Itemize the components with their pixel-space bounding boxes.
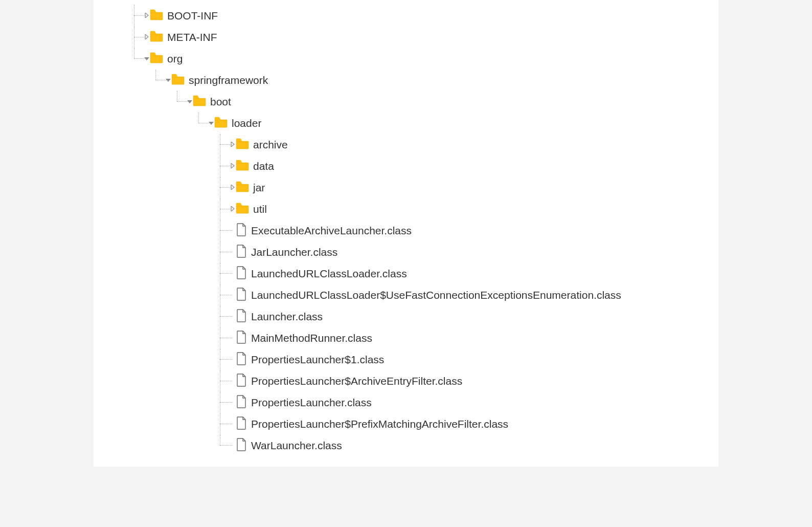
- toggle-expanded-icon[interactable]: [187, 99, 192, 104]
- tree-folder-row[interactable]: archive: [236, 134, 718, 156]
- tree-folder: util: [236, 199, 718, 220]
- file-icon: [236, 245, 247, 260]
- tree-folder-row[interactable]: META-INF: [150, 27, 718, 48]
- tree-file: PropertiesLauncher$1.class: [236, 349, 718, 370]
- tree-file-row[interactable]: Launcher.class: [236, 306, 718, 327]
- folder-label: loader: [232, 117, 261, 129]
- tree-folder-row[interactable]: util: [236, 199, 718, 220]
- folder-label: META-INF: [167, 31, 217, 43]
- tree-file-row[interactable]: PropertiesLauncher$ArchiveEntryFilter.cl…: [236, 370, 718, 392]
- toggle-expanded-icon[interactable]: [144, 56, 149, 61]
- tree-file-row[interactable]: LaunchedURLClassLoader.class: [236, 263, 718, 284]
- file-icon: [236, 416, 247, 432]
- file-tree: BOOT-INF META-INF org springframework bo…: [150, 5, 718, 456]
- file-icon: [236, 352, 247, 368]
- svg-marker-8: [231, 185, 234, 190]
- tree-file-row[interactable]: PropertiesLauncher$PrefixMatchingArchive…: [236, 413, 718, 435]
- file-icon: [236, 309, 247, 322]
- file-label: PropertiesLauncher$PrefixMatchingArchive…: [251, 418, 508, 430]
- tree-file-row[interactable]: PropertiesLauncher$1.class: [236, 349, 718, 370]
- tree-folder-row[interactable]: loader: [214, 113, 718, 134]
- file-label: PropertiesLauncher.class: [251, 397, 372, 409]
- file-icon: [236, 331, 247, 344]
- tree-folder: META-INF: [150, 27, 718, 48]
- file-icon: [236, 395, 247, 411]
- tree-file: WarLauncher.class: [236, 435, 718, 456]
- folder-icon: [236, 181, 249, 195]
- file-icon: [236, 438, 247, 451]
- file-label: JarLauncher.class: [251, 246, 337, 258]
- file-label: LaunchedURLClassLoader$UseFastConnection…: [251, 289, 621, 301]
- file-label: PropertiesLauncher$1.class: [251, 354, 384, 366]
- folder-icon: [193, 95, 206, 109]
- folder-label: util: [253, 203, 267, 215]
- tree-file-row[interactable]: MainMethodRunner.class: [236, 327, 718, 349]
- folder-icon: [150, 31, 163, 42]
- svg-marker-5: [209, 122, 214, 125]
- svg-marker-4: [187, 100, 192, 103]
- tree-folder: loader archive data jar util ExecutableA…: [214, 113, 718, 456]
- file-icon: [236, 416, 247, 430]
- folder-icon: [236, 160, 249, 173]
- file-icon: [236, 352, 247, 365]
- folder-label: boot: [210, 96, 231, 108]
- folder-label: springframework: [189, 74, 268, 86]
- folder-icon: [236, 160, 249, 171]
- tree-file: ExecutableArchiveLauncher.class: [236, 220, 718, 241]
- tree-folder-row[interactable]: boot: [193, 91, 718, 113]
- toggle-collapsed-icon[interactable]: [230, 185, 235, 190]
- tree-folder-row[interactable]: data: [236, 156, 718, 177]
- folder-label: archive: [253, 139, 288, 151]
- file-icon: [236, 288, 247, 303]
- tree-list: loader archive data jar util ExecutableA…: [193, 113, 718, 456]
- file-icon: [236, 223, 247, 236]
- tree-folder: BOOT-INF: [150, 5, 718, 27]
- tree-file: MainMethodRunner.class: [236, 327, 718, 349]
- svg-marker-3: [166, 79, 171, 82]
- file-icon: [236, 266, 247, 279]
- folder-icon: [150, 31, 163, 45]
- toggle-expanded-icon[interactable]: [166, 77, 171, 82]
- folder-icon: [150, 9, 163, 23]
- file-label: MainMethodRunner.class: [251, 332, 372, 344]
- folder-label: org: [167, 53, 183, 65]
- toggle-collapsed-icon[interactable]: [230, 163, 235, 168]
- folder-icon: [150, 52, 163, 66]
- tree-folder: archive: [236, 134, 718, 156]
- tree-folder: org springframework boot loader archive …: [150, 48, 718, 456]
- toggle-collapsed-icon[interactable]: [230, 206, 235, 211]
- tree-file-row[interactable]: ExecutableArchiveLauncher.class: [236, 220, 718, 241]
- toggle-expanded-icon[interactable]: [209, 120, 214, 125]
- tree-folder-row[interactable]: springframework: [171, 70, 718, 91]
- tree-file-row[interactable]: LaunchedURLClassLoader$UseFastConnection…: [236, 284, 718, 306]
- file-label: LaunchedURLClassLoader.class: [251, 268, 407, 280]
- file-label: WarLauncher.class: [251, 440, 342, 452]
- tree-file: LaunchedURLClassLoader.class: [236, 263, 718, 284]
- toggle-collapsed-icon[interactable]: [144, 34, 149, 39]
- file-icon: [236, 438, 247, 454]
- tree-file-row[interactable]: WarLauncher.class: [236, 435, 718, 456]
- tree-panel: BOOT-INF META-INF org springframework bo…: [94, 0, 718, 467]
- tree-folder-row[interactable]: jar: [236, 177, 718, 199]
- folder-icon: [236, 203, 249, 214]
- tree-file-row[interactable]: JarLauncher.class: [236, 241, 718, 263]
- file-icon: [236, 374, 247, 387]
- toggle-collapsed-icon[interactable]: [144, 13, 149, 18]
- svg-marker-7: [231, 163, 234, 168]
- file-label: ExecutableArchiveLauncher.class: [251, 225, 412, 237]
- tree-folder-row[interactable]: BOOT-INF: [150, 5, 718, 27]
- tree-folder: data: [236, 156, 718, 177]
- tree-list: archive data jar util ExecutableArchiveL…: [214, 134, 718, 456]
- tree-folder: springframework boot loader archive data…: [171, 70, 718, 456]
- tree-file-row[interactable]: PropertiesLauncher.class: [236, 392, 718, 413]
- tree-file: PropertiesLauncher$PrefixMatchingArchive…: [236, 413, 718, 435]
- folder-icon: [150, 9, 163, 20]
- tree-folder-row[interactable]: org: [150, 48, 718, 70]
- file-icon: [236, 395, 247, 408]
- tree-root-list: BOOT-INF META-INF org springframework bo…: [150, 5, 718, 456]
- toggle-collapsed-icon[interactable]: [230, 142, 235, 147]
- tree-file: LaunchedURLClassLoader$UseFastConnection…: [236, 284, 718, 306]
- svg-marker-9: [231, 206, 234, 211]
- file-icon: [236, 288, 247, 301]
- file-icon: [236, 266, 247, 282]
